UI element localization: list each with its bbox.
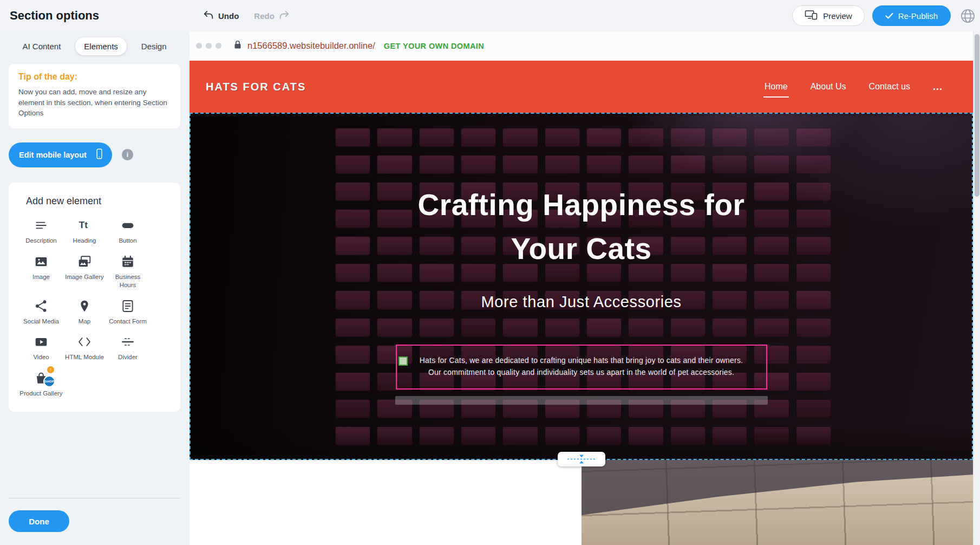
hero-tile xyxy=(628,426,663,445)
republish-button[interactable]: Re-Publish xyxy=(872,5,951,26)
hero-tile xyxy=(335,209,370,228)
element-image-gallery[interactable]: Image Gallery xyxy=(63,254,106,289)
element-video[interactable]: Video xyxy=(19,334,63,361)
site-logo[interactable]: HATS FOR CATS xyxy=(206,81,306,93)
hero-tile xyxy=(545,128,580,147)
add-element-panel: Add new element DescriptionTtHeadingButt… xyxy=(9,183,180,412)
hero-tile xyxy=(586,236,622,255)
edit-mobile-layout-button[interactable]: Edit mobile layout xyxy=(9,142,112,167)
hero-tile xyxy=(670,209,705,228)
nav-item-home[interactable]: Home xyxy=(765,82,788,92)
hero-tile xyxy=(461,182,496,201)
tab-elements[interactable]: Elements xyxy=(75,37,127,55)
element-divider[interactable]: Divider xyxy=(106,334,149,361)
hero-tile xyxy=(545,426,580,445)
business-hours-icon xyxy=(121,254,135,269)
get-domain-link[interactable]: GET YOUR OWN DOMAIN xyxy=(384,42,484,50)
info-icon[interactable]: i xyxy=(122,149,133,160)
element-label: Video xyxy=(33,353,49,361)
hero-tile xyxy=(754,426,789,445)
hero-tile xyxy=(461,426,496,445)
hero-tile xyxy=(377,426,412,445)
topbar-actions: Preview Re-Publish xyxy=(792,5,977,26)
hero-tile xyxy=(628,236,663,255)
hero-tile xyxy=(796,318,831,337)
element-label: HTML Module xyxy=(65,353,104,361)
element-button[interactable]: Button xyxy=(106,218,149,245)
element-label: Divider xyxy=(118,353,138,361)
element-description[interactable]: Description xyxy=(19,218,63,245)
window-dot xyxy=(206,43,212,49)
svg-text:Tt: Tt xyxy=(79,219,88,230)
language-globe-icon[interactable] xyxy=(958,7,977,25)
button-icon xyxy=(121,218,135,233)
hero-tile xyxy=(461,290,496,309)
element-label: Button xyxy=(119,237,136,245)
history-controls: Undo Redo xyxy=(203,10,290,21)
element-image[interactable]: Image xyxy=(19,254,63,289)
hero-tile xyxy=(670,182,705,201)
hero-tile xyxy=(545,290,580,309)
hero-tile xyxy=(796,290,831,309)
selected-text-element[interactable]: Hats for Cats, we are dedicated to craft… xyxy=(396,345,767,390)
hero-paragraph-line1: Hats for Cats, we are dedicated to craft… xyxy=(401,355,762,367)
nav-item-about-us[interactable]: About Us xyxy=(811,82,846,92)
browser-bar: n1566589.websitebuilder.online/ GET YOUR… xyxy=(190,31,980,61)
hero-paragraph-line2: Our commitment to quality and individual… xyxy=(401,367,762,379)
site-nav: HomeAbout UsContact us... xyxy=(765,81,943,93)
hero-tile xyxy=(628,182,663,201)
hero-tile xyxy=(754,318,789,337)
element-contact-form[interactable]: Contact Form xyxy=(106,299,149,326)
tip-card: Tip of the day: Now you can add, move an… xyxy=(9,64,180,128)
element-business-hours[interactable]: Business Hours xyxy=(106,254,149,289)
hero-tile xyxy=(712,209,747,228)
phone-icon xyxy=(94,147,105,162)
window-dot xyxy=(196,43,202,49)
hero-tile xyxy=(754,128,789,147)
next-section-blank xyxy=(190,460,582,545)
element-heading[interactable]: TtHeading xyxy=(63,218,106,245)
tab-design[interactable]: Design xyxy=(133,37,175,55)
hero-tile xyxy=(586,128,622,147)
hero-tile xyxy=(670,426,705,445)
element-social-media[interactable]: Social Media xyxy=(19,299,63,326)
lock-icon xyxy=(233,40,242,51)
html-module-icon xyxy=(77,334,92,349)
preview-button[interactable]: Preview xyxy=(792,5,864,26)
hero-tile xyxy=(545,209,580,228)
map-icon xyxy=(77,299,92,314)
site-header[interactable]: HATS FOR CATS HomeAbout UsContact us... xyxy=(190,61,973,113)
hero-tile xyxy=(754,182,789,201)
redo-button[interactable]: Redo xyxy=(254,10,290,21)
done-button[interactable]: Done xyxy=(9,510,69,532)
divider-icon xyxy=(121,334,135,349)
hero-tile xyxy=(796,263,831,282)
site-url[interactable]: n1566589.websitebuilder.online/ xyxy=(247,41,375,51)
hero-tile xyxy=(377,209,412,228)
section-resize-handle[interactable] xyxy=(558,452,605,466)
hero-tile xyxy=(712,290,747,309)
undo-button[interactable]: Undo xyxy=(203,10,239,21)
hero-tile xyxy=(796,128,831,147)
hero-tile xyxy=(628,318,663,337)
nav-more[interactable]: ... xyxy=(933,81,943,93)
scrollbar[interactable] xyxy=(973,31,980,545)
hero-tile xyxy=(670,128,705,147)
shop-badge: SHOP xyxy=(43,375,55,387)
hero-tile xyxy=(586,209,622,228)
nav-item-contact-us[interactable]: Contact us xyxy=(869,82,910,92)
scrollbar-thumb[interactable] xyxy=(975,34,979,197)
hero-section-selected[interactable]: Crafting Happiness for Your Cats More th… xyxy=(190,113,973,460)
element-product-gallery[interactable]: SHOP↑Product Gallery xyxy=(19,371,63,398)
drag-handle[interactable] xyxy=(398,356,408,366)
hero-tile xyxy=(419,209,454,228)
element-html-module[interactable]: HTML Module xyxy=(63,334,106,361)
hero-tile xyxy=(419,318,454,337)
element-label: Heading xyxy=(73,237,96,245)
hero-tile xyxy=(796,182,831,201)
element-map[interactable]: Map xyxy=(63,299,106,326)
hero-tile xyxy=(335,372,370,391)
tab-ai-content[interactable]: AI Content xyxy=(14,37,69,55)
hero-tile xyxy=(545,182,580,201)
hero-tile xyxy=(796,399,831,418)
